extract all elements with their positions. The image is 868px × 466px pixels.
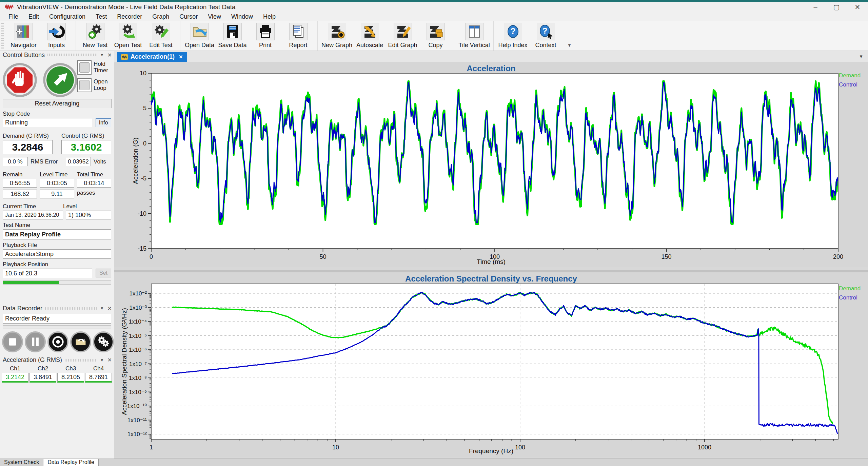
toolbar-button-report[interactable]: Report bbox=[282, 21, 315, 51]
toolbar-button-open-test[interactable]: Open Test bbox=[112, 21, 144, 51]
toolbar-button-edit-test[interactable]: Edit Test bbox=[144, 21, 177, 51]
chart1-ytick: -5 bbox=[141, 175, 146, 182]
toolbar-button-print[interactable]: Print bbox=[249, 21, 282, 51]
open-loop-checkbox[interactable] bbox=[77, 78, 92, 92]
panel-drag-handle[interactable] bbox=[45, 307, 97, 310]
panel-drag-handle[interactable] bbox=[65, 359, 97, 362]
test-name-value: Data Replay Profile bbox=[3, 229, 111, 239]
toolbar-group: Open DataSave DataPrintReport bbox=[180, 21, 318, 51]
inputs-icon bbox=[47, 23, 66, 40]
legend-control: Control bbox=[839, 81, 866, 88]
stop-code-value[interactable]: Running bbox=[3, 118, 92, 127]
menu-item-configuration[interactable]: Configuration bbox=[44, 13, 91, 21]
copy-icon bbox=[427, 23, 445, 40]
workspace-tab-data-replay-profile[interactable]: Data Replay Profile bbox=[43, 459, 99, 466]
menu-item-help[interactable]: Help bbox=[258, 13, 281, 21]
menu-item-window[interactable]: Window bbox=[226, 13, 258, 21]
collapse-chevron-icon[interactable]: ▼ bbox=[100, 53, 104, 57]
playback-progress-fill bbox=[3, 281, 59, 284]
minimize-button[interactable]: – bbox=[805, 2, 826, 12]
tab-overflow-chevron[interactable]: ▼ bbox=[859, 54, 868, 62]
open-data-icon bbox=[191, 23, 209, 40]
menu-item-file[interactable]: File bbox=[3, 13, 23, 21]
toolbar-button-navigator[interactable]: Navigator bbox=[7, 21, 40, 51]
toolbar-label: Context bbox=[535, 42, 556, 49]
recorder-record-button[interactable] bbox=[47, 331, 68, 352]
volts-value: 0.03952 bbox=[66, 157, 91, 166]
channel-value: 3.8491 bbox=[29, 373, 56, 383]
toolbar-button-new-test[interactable]: New Test bbox=[79, 21, 112, 51]
maximize-button[interactable]: ▢ bbox=[826, 2, 847, 12]
menu-item-recorder[interactable]: Recorder bbox=[112, 13, 147, 21]
chart2-ytick: 1x10⁻¹⁰ bbox=[127, 403, 147, 409]
channel-value: 3.2142 bbox=[2, 373, 28, 383]
control-label: Control (G RMS) bbox=[61, 133, 111, 139]
chart2-ytick: 1x10⁻¹² bbox=[127, 431, 147, 438]
toolbar-drag-handle[interactable] bbox=[1, 22, 4, 49]
menu-item-test[interactable]: Test bbox=[91, 13, 112, 21]
acceleration-chart[interactable]: 1050-5-10-15050100150200 bbox=[114, 62, 868, 267]
legend-control: Control bbox=[839, 294, 866, 301]
recorder-open-button[interactable] bbox=[70, 331, 91, 352]
psd-chart[interactable]: 1x10⁻²1x10⁻³1x10⁻⁴1x10⁻⁵1x10⁻⁶1x10⁻⁷1x10… bbox=[114, 272, 868, 457]
panel-drag-handle[interactable] bbox=[47, 54, 97, 56]
collapse-chevron-icon[interactable]: ▼ bbox=[100, 358, 104, 363]
legend-demand: Demand bbox=[839, 285, 866, 292]
close-button[interactable]: ✕ bbox=[847, 2, 868, 12]
demand-value: 3.2846 bbox=[3, 140, 53, 154]
toolbar-group: NavigatorInputs bbox=[4, 21, 76, 51]
toolbar-button-inputs[interactable]: Inputs bbox=[40, 21, 73, 51]
chart1-xlabel: Time (ms) bbox=[114, 258, 868, 266]
tab-close-icon[interactable]: ✕ bbox=[179, 54, 183, 60]
open-test-icon bbox=[119, 23, 137, 40]
data-recorder-header: Data Recorder ▼ ✕ bbox=[0, 304, 114, 312]
toolbar-label: New Graph bbox=[321, 42, 352, 49]
toolbar-button-context[interactable]: ?Context bbox=[529, 21, 562, 51]
toolbar-button-save-data[interactable]: Save Data bbox=[216, 21, 249, 51]
recorder-stop-button[interactable] bbox=[2, 331, 23, 352]
toolbar-button-copy[interactable]: Copy bbox=[419, 21, 452, 51]
acceleration-chart-panel: Acceleration Demand Control Acceleration… bbox=[114, 62, 868, 267]
svg-text:?: ? bbox=[510, 26, 516, 36]
toolbar-button-edit-graph[interactable]: Edit Graph bbox=[386, 21, 419, 51]
toolbar-button-help-index[interactable]: ?Help Index bbox=[496, 21, 529, 51]
run-button[interactable] bbox=[43, 60, 77, 100]
workspace-tab-system-check[interactable]: System Check bbox=[0, 459, 43, 466]
collapse-chevron-icon[interactable]: ▼ bbox=[100, 306, 104, 311]
recorder-settings-button[interactable] bbox=[93, 331, 114, 352]
toolbar-button-open-data[interactable]: Open Data bbox=[183, 21, 216, 51]
record-icon bbox=[53, 337, 63, 347]
level-value: 1) 100% bbox=[66, 211, 111, 219]
menu-item-cursor[interactable]: Cursor bbox=[174, 13, 203, 21]
stop-button[interactable] bbox=[3, 60, 37, 100]
edit-test-icon bbox=[152, 23, 170, 40]
toolbar-button-new-graph[interactable]: New Graph bbox=[320, 21, 353, 51]
menu-item-edit[interactable]: Edit bbox=[23, 13, 44, 21]
tab-acceleration-1[interactable]: Acceleration(1) ✕ bbox=[117, 52, 187, 62]
toolbar-overflow-chevron[interactable]: ▼ bbox=[565, 43, 575, 51]
toolbar-label: Print bbox=[259, 42, 272, 49]
hold-timer-checkbox[interactable] bbox=[77, 60, 92, 75]
info-button[interactable]: Info bbox=[96, 118, 111, 127]
left-panel: Control Buttons ▼ ✕ bbox=[0, 51, 114, 459]
menu-item-view[interactable]: View bbox=[203, 13, 226, 21]
toolbar-label: Open Data bbox=[185, 42, 214, 49]
level-passes-value: 9.11 bbox=[40, 190, 74, 198]
toolbar-button-autoscale[interactable]: Autoscale bbox=[353, 21, 386, 51]
recorder-pause-button[interactable] bbox=[25, 331, 46, 352]
menu-item-graph[interactable]: Graph bbox=[147, 13, 174, 21]
channel-header: Ch2 bbox=[29, 365, 56, 372]
toolbar-group: New GraphAutoscaleEdit GraphCopy bbox=[318, 21, 455, 51]
toolbar-button-tile-vertical[interactable]: Tile Vertical bbox=[458, 21, 491, 51]
reset-averaging-button[interactable]: Reset Averaging bbox=[3, 99, 112, 108]
toolbar-label: Report bbox=[289, 42, 307, 49]
panel-close-icon[interactable]: ✕ bbox=[107, 305, 112, 312]
set-button[interactable]: Set bbox=[96, 269, 111, 277]
channel-header: Ch1 bbox=[2, 365, 28, 372]
panel-close-icon[interactable]: ✕ bbox=[107, 52, 112, 58]
remain-value: 0:56:55 bbox=[3, 179, 37, 188]
chart2-ytick: 1x10⁻⁹ bbox=[129, 389, 147, 395]
panel-close-icon[interactable]: ✕ bbox=[107, 357, 112, 363]
playback-position-value[interactable]: 10.6 of 20.3 bbox=[3, 269, 92, 278]
toolbar-label: Tile Vertical bbox=[458, 42, 490, 49]
